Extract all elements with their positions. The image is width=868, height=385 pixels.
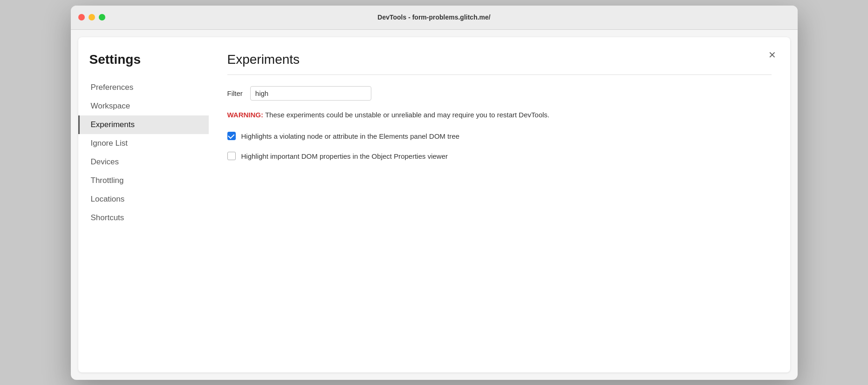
- close-settings-button[interactable]: ✕: [766, 48, 779, 61]
- window-title: DevTools - form-problems.glitch.me/: [377, 14, 490, 21]
- sidebar-item-shortcuts[interactable]: Shortcuts: [78, 209, 209, 227]
- devtools-window: DevTools - form-problems.glitch.me/ Sett…: [71, 6, 798, 380]
- minimize-button-traffic[interactable]: [89, 14, 95, 20]
- filter-label: Filter: [227, 89, 243, 97]
- sidebar-item-devices[interactable]: Devices: [78, 153, 209, 171]
- close-button-traffic[interactable]: [78, 14, 85, 20]
- experiment-checkbox-2[interactable]: [227, 152, 236, 160]
- warning-message: WARNING: These experiments could be unst…: [227, 110, 772, 121]
- sidebar-item-locations[interactable]: Locations: [78, 190, 209, 209]
- traffic-lights: [78, 14, 105, 20]
- sidebar: Settings Preferences Workspace Experimen…: [78, 37, 209, 372]
- warning-body: These experiments could be unstable or u…: [263, 111, 549, 119]
- main-panel: ✕ Experiments Filter WARNING: These expe…: [209, 37, 790, 372]
- experiment-label-1: Highlights a violating node or attribute…: [241, 131, 460, 142]
- sidebar-item-experiments[interactable]: Experiments: [78, 115, 209, 134]
- filter-input[interactable]: [250, 86, 371, 101]
- sidebar-item-throttling[interactable]: Throttling: [78, 171, 209, 190]
- title-divider: [227, 74, 772, 75]
- experiment-item-1: Highlights a violating node or attribute…: [227, 131, 772, 142]
- filter-row: Filter: [227, 86, 772, 101]
- settings-content: Settings Preferences Workspace Experimen…: [78, 37, 790, 372]
- warning-label: WARNING:: [227, 111, 264, 119]
- experiment-checkbox-1[interactable]: [227, 132, 236, 140]
- sidebar-item-ignore-list[interactable]: Ignore List: [78, 134, 209, 153]
- sidebar-item-workspace[interactable]: Workspace: [78, 97, 209, 115]
- titlebar: DevTools - form-problems.glitch.me/: [71, 6, 798, 30]
- maximize-button-traffic[interactable]: [99, 14, 105, 20]
- page-title: Experiments: [227, 52, 772, 67]
- sidebar-item-preferences[interactable]: Preferences: [78, 78, 209, 97]
- sidebar-heading: Settings: [78, 52, 209, 78]
- experiment-item-2: Highlight important DOM properties in th…: [227, 151, 772, 162]
- experiment-label-2: Highlight important DOM properties in th…: [241, 151, 448, 162]
